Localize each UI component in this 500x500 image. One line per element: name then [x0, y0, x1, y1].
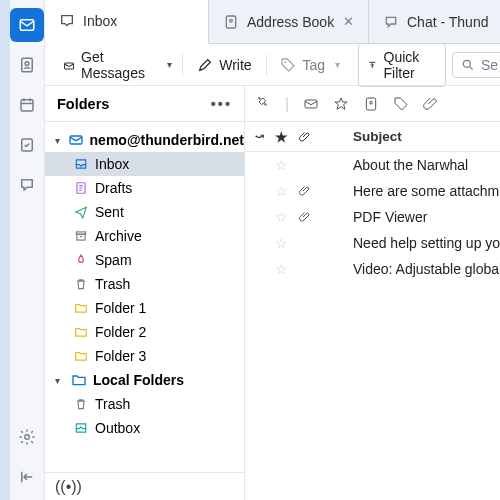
- tab-chat[interactable]: Chat - Thund: [369, 0, 500, 43]
- quick-filter-button[interactable]: Quick Filter: [358, 43, 446, 87]
- get-messages-dropdown[interactable]: ▾: [163, 55, 176, 74]
- star-toggle[interactable]: ☆: [275, 157, 289, 173]
- outbox-icon: [73, 421, 89, 435]
- drafts-icon: [73, 181, 89, 195]
- collapse-icon: [18, 468, 36, 486]
- filter-tags-button[interactable]: [393, 96, 409, 112]
- twisty-icon[interactable]: ▾: [55, 375, 65, 386]
- folder-pane-title: Folders: [57, 96, 109, 112]
- folder-item[interactable]: Folder 3: [45, 344, 244, 368]
- get-messages-button[interactable]: Get Messages: [55, 44, 157, 86]
- app-shell: Inbox Address Book ✕ Chat - Thund Get Me…: [10, 0, 500, 500]
- folder-pane-header: Folders •••: [45, 86, 244, 122]
- trash-icon: [73, 397, 89, 411]
- activity-indicator-icon: ((•)): [55, 478, 82, 496]
- col-subject[interactable]: Subject: [323, 129, 500, 144]
- sent-icon: [73, 205, 89, 219]
- filter-attachment-button[interactable]: [423, 96, 439, 112]
- inbox-icon: [59, 13, 75, 29]
- folder-sent[interactable]: Sent: [45, 200, 244, 224]
- folder-pane: Folders ••• ▾ nemo@thunderbird.net Inbox: [45, 86, 245, 500]
- mail-icon: [18, 16, 36, 34]
- quick-filter-label: Quick Filter: [384, 49, 437, 81]
- status-bar: ((•)): [45, 472, 244, 500]
- tasks-space-button[interactable]: [10, 128, 44, 162]
- inbox-icon: [73, 157, 89, 171]
- folder-inbox[interactable]: Inbox: [45, 152, 244, 176]
- star-toggle[interactable]: ☆: [275, 261, 289, 277]
- star-toggle[interactable]: ☆: [275, 209, 289, 225]
- account-row[interactable]: ▾ nemo@thunderbird.net: [45, 128, 244, 152]
- folder-item[interactable]: Folder 1: [45, 296, 244, 320]
- message-subject: PDF Viewer: [323, 209, 500, 225]
- col-starred[interactable]: ★: [275, 129, 289, 145]
- star-toggle[interactable]: ☆: [275, 235, 289, 251]
- col-attachment-icon[interactable]: [299, 131, 313, 143]
- address-book-icon: [18, 56, 36, 74]
- search-icon: [461, 58, 475, 72]
- folder-label: Trash: [95, 396, 130, 412]
- folder-tree: ▾ nemo@thunderbird.net Inbox Drafts: [45, 122, 244, 472]
- folder-pane-menu-button[interactable]: •••: [211, 96, 232, 112]
- folder-trash[interactable]: Trash: [45, 392, 244, 416]
- folder-icon: [73, 301, 89, 315]
- folder-trash[interactable]: Trash: [45, 272, 244, 296]
- filter-icon: [367, 58, 378, 72]
- tag-button[interactable]: Tag ▾: [272, 50, 352, 79]
- message-row[interactable]: ☆ Need help setting up yo: [245, 230, 500, 256]
- content-split: Folders ••• ▾ nemo@thunderbird.net Inbox: [45, 86, 500, 500]
- tab-label: Chat - Thund: [407, 14, 500, 30]
- local-folders-label: Local Folders: [93, 372, 184, 388]
- chat-icon: [383, 14, 399, 30]
- message-row[interactable]: ☆ PDF Viewer: [245, 204, 500, 230]
- svg-point-2: [25, 62, 29, 66]
- settings-icon: [18, 428, 36, 446]
- folder-label: Folder 1: [95, 300, 146, 316]
- twisty-icon[interactable]: ▾: [55, 135, 62, 146]
- chat-space-button[interactable]: [10, 168, 44, 202]
- folder-spam[interactable]: Spam: [45, 248, 244, 272]
- message-filter-bar: |: [245, 86, 500, 122]
- svg-point-7: [230, 19, 233, 22]
- get-messages-label: Get Messages: [81, 49, 149, 81]
- folder-outbox[interactable]: Outbox: [45, 416, 244, 440]
- folder-archive[interactable]: Archive: [45, 224, 244, 248]
- calendar-space-button[interactable]: [10, 88, 44, 122]
- col-thread[interactable]: ⤻: [255, 130, 265, 143]
- folder-item[interactable]: Folder 2: [45, 320, 244, 344]
- folder-label: Sent: [95, 204, 124, 220]
- filter-starred-button[interactable]: [333, 96, 349, 112]
- folder-icon: [73, 349, 89, 363]
- message-row[interactable]: ☆ About the Narwhal: [245, 152, 500, 178]
- collapse-rail-button[interactable]: [10, 460, 44, 494]
- message-row[interactable]: ☆ Here are some attachme: [245, 178, 500, 204]
- tab-label: Address Book: [247, 14, 335, 30]
- folder-label: Outbox: [95, 420, 140, 436]
- tab-address-book[interactable]: Address Book ✕: [209, 0, 369, 43]
- pin-button[interactable]: [255, 96, 271, 112]
- message-subject: Here are some attachme: [323, 183, 500, 199]
- tab-close-button[interactable]: ✕: [343, 14, 354, 29]
- filter-contact-button[interactable]: [363, 96, 379, 112]
- mail-space-button[interactable]: [10, 8, 44, 42]
- tab-inbox[interactable]: Inbox: [45, 0, 209, 44]
- download-mail-icon: [63, 57, 75, 73]
- trash-icon: [73, 277, 89, 291]
- settings-button[interactable]: [10, 420, 44, 454]
- message-row[interactable]: ☆ Video: Adjustable global: [245, 256, 500, 282]
- folder-drafts[interactable]: Drafts: [45, 176, 244, 200]
- filter-unread-button[interactable]: [303, 96, 319, 112]
- main-toolbar: Get Messages ▾ Write Tag ▾ Quick Filter …: [45, 44, 500, 86]
- message-subject: About the Narwhal: [323, 157, 500, 173]
- write-button[interactable]: Write: [189, 52, 259, 78]
- spam-icon: [73, 253, 89, 267]
- local-folders-row[interactable]: ▾ Local Folders: [45, 368, 244, 392]
- calendar-icon: [18, 96, 36, 114]
- search-box[interactable]: Se: [452, 52, 500, 78]
- svg-point-5: [25, 435, 30, 440]
- folder-icon: [73, 325, 89, 339]
- star-toggle[interactable]: ☆: [275, 183, 289, 199]
- address-book-icon: [223, 14, 239, 30]
- address-book-space-button[interactable]: [10, 48, 44, 82]
- svg-point-10: [463, 60, 470, 67]
